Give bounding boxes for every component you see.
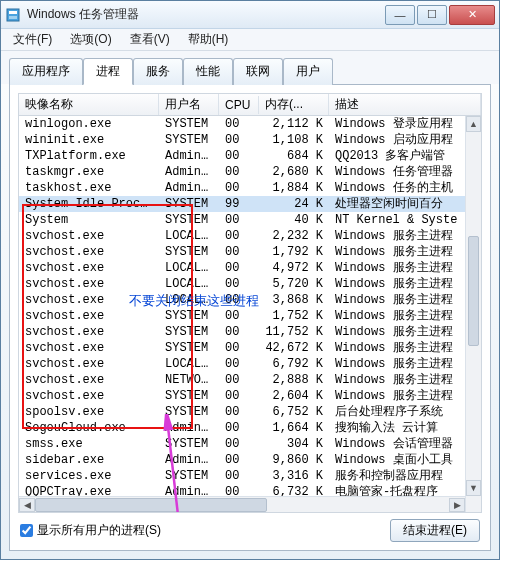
- menu-help[interactable]: 帮助(H): [180, 29, 237, 50]
- col-description[interactable]: 描述: [329, 94, 481, 115]
- cell-m: 11,752 K: [259, 324, 329, 340]
- cell-c: 99: [219, 196, 259, 212]
- table-row[interactable]: svchost.exeLOCAL..003,868 KWindows 服务主进程: [19, 292, 481, 308]
- cell-img: svchost.exe: [19, 372, 159, 388]
- table-row[interactable]: svchost.exeLOCAL..006,792 KWindows 服务主进程: [19, 356, 481, 372]
- cell-m: 42,672 K: [259, 340, 329, 356]
- menu-view[interactable]: 查看(V): [122, 29, 178, 50]
- cell-img: wininit.exe: [19, 132, 159, 148]
- cell-m: 1,664 K: [259, 420, 329, 436]
- tab-processes[interactable]: 进程: [83, 58, 133, 85]
- table-row[interactable]: svchost.exeSYSTEM001,752 KWindows 服务主进程: [19, 308, 481, 324]
- cell-img: TXPlatform.exe: [19, 148, 159, 164]
- tab-services[interactable]: 服务: [133, 58, 183, 85]
- horizontal-scrollbar[interactable]: ◀ ▶: [19, 496, 465, 512]
- app-icon: [5, 7, 21, 23]
- scroll-right-button[interactable]: ▶: [449, 498, 465, 512]
- cell-u: Admin..: [159, 420, 219, 436]
- cell-u: SYSTEM: [159, 468, 219, 484]
- table-row[interactable]: svchost.exeSYSTEM001,792 KWindows 服务主进程: [19, 244, 481, 260]
- table-row[interactable]: svchost.exeSYSTEM0011,752 KWindows 服务主进程: [19, 324, 481, 340]
- titlebar[interactable]: Windows 任务管理器 — ☐ ✕: [1, 1, 499, 29]
- table-row[interactable]: svchost.exeLOCAL..005,720 KWindows 服务主进程: [19, 276, 481, 292]
- table-row[interactable]: services.exeSYSTEM003,316 K服务和控制器应用程: [19, 468, 481, 484]
- cell-d: QQ2013 多客户端管: [329, 148, 481, 164]
- scroll-down-button[interactable]: ▼: [466, 480, 481, 496]
- table-row[interactable]: winlogon.exeSYSTEM002,112 KWindows 登录应用程: [19, 116, 481, 132]
- cell-m: 2,888 K: [259, 372, 329, 388]
- table-row[interactable]: svchost.exeSYSTEM0042,672 KWindows 服务主进程: [19, 340, 481, 356]
- cell-u: SYSTEM: [159, 340, 219, 356]
- cell-d: 服务和控制器应用程: [329, 468, 481, 484]
- table-row[interactable]: svchost.exeLOCAL..002,232 KWindows 服务主进程: [19, 228, 481, 244]
- cell-u: SYSTEM: [159, 116, 219, 132]
- col-cpu[interactable]: CPU: [219, 96, 259, 114]
- table-row[interactable]: spoolsv.exeSYSTEM006,752 K后台处理程序子系统: [19, 404, 481, 420]
- menu-options[interactable]: 选项(O): [62, 29, 119, 50]
- cell-u: SYSTEM: [159, 244, 219, 260]
- col-user[interactable]: 用户名: [159, 94, 219, 115]
- scroll-up-button[interactable]: ▲: [466, 116, 481, 132]
- vertical-scroll-thumb[interactable]: [468, 236, 479, 346]
- cell-d: Windows 服务主进程: [329, 372, 481, 388]
- cell-m: 1,884 K: [259, 180, 329, 196]
- table-row[interactable]: SystemSYSTEM0040 KNT Kernel & Syste: [19, 212, 481, 228]
- cell-c: 00: [219, 356, 259, 372]
- table-row[interactable]: wininit.exeSYSTEM001,108 KWindows 启动应用程: [19, 132, 481, 148]
- cell-img: svchost.exe: [19, 292, 159, 308]
- cell-m: 2,680 K: [259, 164, 329, 180]
- tab-users[interactable]: 用户: [283, 58, 333, 85]
- cell-c: 00: [219, 340, 259, 356]
- tab-performance[interactable]: 性能: [183, 58, 233, 85]
- menubar: 文件(F) 选项(O) 查看(V) 帮助(H): [1, 29, 499, 51]
- cell-c: 00: [219, 164, 259, 180]
- cell-c: 00: [219, 180, 259, 196]
- cell-m: 5,720 K: [259, 276, 329, 292]
- cell-img: svchost.exe: [19, 388, 159, 404]
- cell-c: 00: [219, 148, 259, 164]
- minimize-button[interactable]: —: [385, 5, 415, 25]
- col-memory[interactable]: 内存(...: [259, 94, 329, 115]
- cell-c: 00: [219, 116, 259, 132]
- cell-u: Admin..: [159, 452, 219, 468]
- cell-d: 搜狗输入法 云计算: [329, 420, 481, 436]
- menu-file[interactable]: 文件(F): [5, 29, 60, 50]
- table-row[interactable]: svchost.exeSYSTEM002,604 KWindows 服务主进程: [19, 388, 481, 404]
- show-all-users-checkbox[interactable]: 显示所有用户的进程(S): [20, 522, 161, 539]
- horizontal-scroll-thumb[interactable]: [35, 498, 267, 512]
- table-row[interactable]: taskmgr.exeAdmin..002,680 KWindows 任务管理器: [19, 164, 481, 180]
- cell-m: 2,232 K: [259, 228, 329, 244]
- cell-img: sidebar.exe: [19, 452, 159, 468]
- cell-img: SogouCloud.exe: [19, 420, 159, 436]
- table-row[interactable]: TXPlatform.exeAdmin..00684 KQQ2013 多客户端管: [19, 148, 481, 164]
- table-row[interactable]: svchost.exeNETWO..002,888 KWindows 服务主进程: [19, 372, 481, 388]
- table-row[interactable]: smss.exeSYSTEM00304 KWindows 会话管理器: [19, 436, 481, 452]
- cell-u: LOCAL..: [159, 276, 219, 292]
- col-image-name[interactable]: 映像名称: [19, 94, 159, 115]
- table-row[interactable]: SogouCloud.exeAdmin..001,664 K搜狗输入法 云计算: [19, 420, 481, 436]
- show-all-users-label: 显示所有用户的进程(S): [37, 522, 161, 539]
- table-row[interactable]: System Idle ProcessSYSTEM9924 K处理器空闲时间百分: [19, 196, 481, 212]
- table-row[interactable]: svchost.exeLOCAL..004,972 KWindows 服务主进程: [19, 260, 481, 276]
- cell-d: Windows 服务主进程: [329, 356, 481, 372]
- tab-networking[interactable]: 联网: [233, 58, 283, 85]
- scroll-left-button[interactable]: ◀: [19, 498, 35, 512]
- show-all-users-input[interactable]: [20, 524, 33, 537]
- cell-d: Windows 服务主进程: [329, 388, 481, 404]
- end-process-button[interactable]: 结束进程(E): [390, 519, 480, 542]
- cell-img: svchost.exe: [19, 324, 159, 340]
- cell-img: taskmgr.exe: [19, 164, 159, 180]
- cell-d: 后台处理程序子系统: [329, 404, 481, 420]
- vertical-scrollbar[interactable]: ▲ ▼: [465, 116, 481, 512]
- table-row[interactable]: sidebar.exeAdmin..009,860 KWindows 桌面小工具: [19, 452, 481, 468]
- table-row[interactable]: taskhost.exeAdmin..001,884 KWindows 任务的主…: [19, 180, 481, 196]
- cell-m: 2,112 K: [259, 116, 329, 132]
- cell-img: svchost.exe: [19, 260, 159, 276]
- maximize-button[interactable]: ☐: [417, 5, 447, 25]
- cell-c: 00: [219, 324, 259, 340]
- close-button[interactable]: ✕: [449, 5, 495, 25]
- cell-u: NETWO..: [159, 372, 219, 388]
- svg-rect-2: [9, 16, 17, 19]
- tab-applications[interactable]: 应用程序: [9, 58, 83, 85]
- cell-d: Windows 服务主进程: [329, 340, 481, 356]
